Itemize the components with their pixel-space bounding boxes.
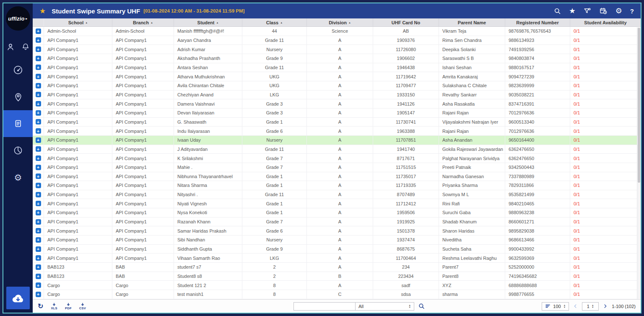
table-row[interactable]: +API Company1API Company1Nityashri .Grad… (33, 190, 637, 199)
expand-row-button[interactable]: + (36, 56, 41, 61)
header-branch[interactable]: Branch▲ (112, 18, 174, 26)
expand-row-button[interactable]: + (36, 192, 41, 197)
expand-row-button[interactable]: + (36, 65, 41, 70)
table-row[interactable]: +API Company1API Company1J AdityavardanG… (33, 145, 637, 154)
table-row[interactable]: +CargoCargotest manish18Csdsasharma99887… (33, 290, 637, 299)
export-pdf-button[interactable]: PDF (65, 303, 72, 310)
expand-row-button[interactable]: + (36, 28, 41, 34)
expand-row-button[interactable]: + (36, 165, 41, 170)
help-icon[interactable]: ? (630, 8, 634, 15)
expand-row-button[interactable]: + (36, 174, 41, 179)
sidebar-item-tracking[interactable] (3, 83, 33, 110)
expand-row-button[interactable]: + (36, 83, 41, 88)
page-size-select[interactable]: 100 ▲▼ (542, 302, 569, 311)
expand-row-button[interactable]: + (36, 37, 41, 43)
table-row[interactable]: +API Company1API Company1Antara SeshanGr… (33, 63, 637, 73)
search-submit-icon[interactable] (418, 303, 425, 310)
table-row[interactable]: +API Company1API Company1Avila Chirantan… (33, 81, 637, 91)
search-column-select[interactable]: All ▲▼ (356, 302, 414, 311)
date-range[interactable]: [01-08-2024 12:00 AM - 31-08-2024 11:59 … (143, 8, 244, 13)
table-row[interactable]: +API Company1API Company1Samar Haridas P… (33, 226, 637, 236)
table-row[interactable]: +API Company1API Company1Vihaan Samarth … (33, 254, 637, 263)
table-search-input[interactable] (293, 302, 356, 311)
expand-row-button[interactable]: + (36, 274, 41, 279)
sidebar-item-reports[interactable] (3, 110, 33, 137)
filter-icon[interactable] (583, 7, 591, 15)
expand-row-button[interactable]: + (36, 246, 41, 252)
next-page-icon[interactable] (602, 303, 608, 309)
table-row[interactable]: +CargoCargoStudent 121 28AsadfXYZ6888688… (33, 281, 637, 290)
table-row[interactable]: +API Company1API Company1Nysa KonekotiGr… (33, 208, 637, 218)
table-row[interactable]: +API Company1API Company1Atharva Muthukr… (33, 72, 637, 81)
expand-row-button[interactable]: + (36, 146, 41, 152)
header-student[interactable]: Student▲ (174, 18, 242, 26)
calendar-clock-icon[interactable] (599, 7, 608, 15)
table-row[interactable]: +BAB123BABstudent7 s72A234Parent75252000… (33, 263, 637, 272)
table-row[interactable]: +API Company1API Company1Damera Vaishnav… (33, 99, 637, 109)
expand-row-button[interactable]: + (36, 74, 41, 79)
table-row[interactable]: +API Company1API Company1K SrilakshmiGra… (33, 154, 637, 163)
table-row[interactable]: +API Company1API Company1G. ShaaswathGra… (33, 118, 637, 127)
header-registered-number[interactable]: Registered Number (505, 18, 570, 26)
table-row[interactable]: +BAB123BABStudent8 s82B223434Parent87419… (33, 272, 637, 281)
expand-row-button[interactable]: + (36, 282, 41, 288)
expand-row-button[interactable]: + (36, 92, 41, 97)
table-row[interactable]: +API Company1API Company1Devan Ilaiyaras… (33, 109, 637, 118)
header-school[interactable]: School▲ (44, 18, 112, 26)
current-page-input[interactable]: 1 ▲▼ (582, 302, 599, 311)
expand-row-button[interactable]: + (36, 255, 41, 261)
gear-icon[interactable]: ⚙ (615, 6, 622, 16)
expand-row-button[interactable]: + (36, 101, 41, 106)
table-row[interactable]: +API Company1API Company1Adrish KumarNur… (33, 45, 637, 54)
expand-row-button[interactable]: + (36, 119, 41, 124)
header-parent-name[interactable]: Parent Name (439, 18, 505, 26)
expand-row-button[interactable]: + (36, 219, 41, 225)
expand-row-button[interactable]: + (36, 292, 41, 297)
expand-row-button[interactable]: + (36, 128, 41, 134)
expand-row-button[interactable]: + (36, 137, 41, 143)
cell-school: API Company1 (44, 109, 112, 117)
table-row[interactable]: +API Company1API Company1Niyati VigneshG… (33, 199, 637, 208)
expand-row-button[interactable]: + (36, 110, 41, 116)
previous-page-icon[interactable] (573, 303, 578, 309)
table-row[interactable]: +API Company1API Company1Aaryan ChandraG… (33, 36, 637, 45)
header-class[interactable]: Class▲ (242, 18, 307, 26)
bell-icon[interactable] (21, 42, 30, 52)
vertical-scrollbar[interactable] (637, 27, 641, 299)
table-row[interactable]: +API Company1API Company1Razanah KhannGr… (33, 218, 637, 227)
expand-row-button[interactable]: + (36, 155, 41, 161)
favorites-icon[interactable]: ★ (569, 7, 575, 15)
expand-row-button[interactable]: + (36, 228, 41, 233)
sidebar-item-settings[interactable]: ⚙ (3, 164, 33, 191)
table-row[interactable]: +API Company1API Company1Siddhanth Gupta… (33, 245, 637, 254)
table-row[interactable]: +API Company1API Company1Akshadha Prasha… (33, 54, 637, 63)
expand-row-button[interactable]: + (36, 201, 41, 206)
table-row[interactable]: +API Company1API Company1Ivaan UdayNurse… (33, 136, 637, 145)
table-row[interactable]: +API Company1API Company1Nibhunna Thayan… (33, 172, 637, 181)
table-row[interactable]: +API Company1API Company1Nitara SharmaGr… (33, 181, 637, 190)
scrollbar-thumb[interactable] (638, 28, 640, 183)
expand-row-button[interactable]: + (36, 237, 41, 243)
header-student-availability[interactable]: Student Availability (570, 18, 641, 26)
expand-row-button[interactable]: + (36, 264, 41, 270)
favorite-star-icon[interactable]: ★ (39, 7, 46, 16)
header-division[interactable]: Division▲ (307, 18, 373, 26)
uffizio-logo[interactable]: uffizio► (6, 6, 30, 31)
expand-row-button[interactable]: + (36, 47, 41, 52)
expand-row-button[interactable]: + (36, 183, 41, 188)
sidebar-item-analytics[interactable] (3, 137, 33, 164)
person-icon[interactable] (6, 42, 15, 52)
refresh-icon[interactable]: ↻ (38, 303, 43, 310)
table-row[interactable]: +API Company1API Company1Indu Ilaiyarasa… (33, 127, 637, 136)
export-csv-button[interactable]: CSV (79, 303, 86, 310)
sidebar-item-dashboard[interactable] (3, 57, 33, 83)
search-icon[interactable] (553, 7, 561, 15)
table-row[interactable]: +Admin-SchoolAdmin-SchoolManish ffffffft… (33, 27, 637, 36)
table-row[interactable]: +API Company1API Company1Sibi NandhanNur… (33, 236, 637, 245)
cloud-download-button[interactable] (6, 287, 30, 309)
expand-row-button[interactable]: + (36, 210, 41, 215)
table-row[interactable]: +API Company1API Company1Mahie .Grade 7A… (33, 163, 637, 172)
table-row[interactable]: +API Company1API Company1Chezhiyan Anand… (33, 91, 637, 100)
export-xls-button[interactable]: XLS (51, 303, 57, 310)
header-uhf-card-no[interactable]: UHF Card No (373, 18, 439, 26)
